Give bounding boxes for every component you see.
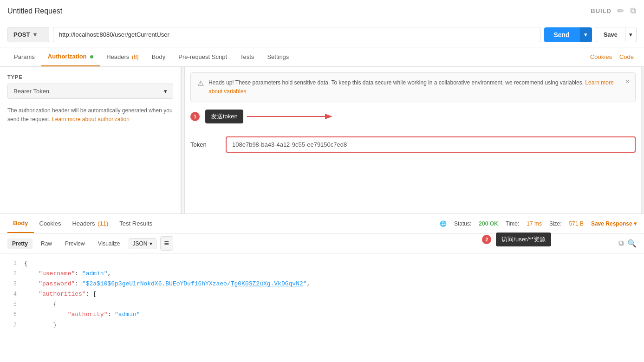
copy-icon[interactable]: ⧉ <box>618 239 624 248</box>
format-visualize[interactable]: Visualize <box>93 239 125 249</box>
window-icon[interactable]: ⧉ <box>630 6 637 16</box>
app-container: Untitled Request BUILD ✏ ⧉ POST ▾ Send ▾… <box>0 0 644 362</box>
format-preview[interactable]: Preview <box>60 239 90 249</box>
response-toolbar: Pretty Raw Preview Visualize JSON ▾ ≡ 2 … <box>0 233 644 254</box>
token-label: Token <box>190 141 218 148</box>
close-banner-button[interactable]: × <box>625 78 630 86</box>
annotation-2-badge: 2 <box>482 235 491 244</box>
send-dropdown-button[interactable]: ▾ <box>579 27 592 42</box>
code-line-2: 2 "username": "admin", <box>7 269 637 279</box>
top-bar: Untitled Request BUILD ✏ ⧉ <box>0 0 644 22</box>
format-pretty[interactable]: Pretty <box>7 239 33 249</box>
size-label: Size: <box>549 220 562 227</box>
response-tab-cookies[interactable]: Cookies <box>34 214 67 233</box>
response-tab-test-results[interactable]: Test Results <box>114 214 158 233</box>
right-scrollbar[interactable] <box>641 67 644 213</box>
middle-section: TYPE Bearer Token ▾ The authorization he… <box>0 67 644 213</box>
tab-tests[interactable]: Tests <box>234 48 260 66</box>
build-label: BUILD <box>591 7 611 14</box>
url-bar: POST ▾ Send ▾ Save ▾ <box>0 22 644 47</box>
edit-icon[interactable]: ✏ <box>617 6 624 16</box>
response-tab-headers[interactable]: Headers (11) <box>66 214 114 233</box>
globe-icon: 🌐 <box>440 220 447 227</box>
window-title: Untitled Request <box>7 7 62 15</box>
tab-body[interactable]: Body <box>145 48 172 66</box>
type-select-value: Bearer Token <box>13 88 49 95</box>
json-format-chevron-icon: ▾ <box>150 240 152 247</box>
response-tab-body[interactable]: Body <box>7 214 34 233</box>
type-select-chevron-icon: ▾ <box>164 88 167 95</box>
format-raw[interactable]: Raw <box>36 239 57 249</box>
size-value: 571 B <box>569 220 584 227</box>
response-tab-bar: Body Cookies Headers (11) Test Results 🌐… <box>0 214 644 233</box>
status-label: Status: <box>454 220 471 227</box>
arrow-1-svg <box>247 110 340 123</box>
annotation-1-label: 发送token <box>205 110 243 123</box>
code-line-6: 6 "authority": "admin" <box>7 310 637 320</box>
code-line-7: 7 } <box>7 320 637 330</box>
authorization-active-dot <box>90 55 93 58</box>
tab-params[interactable]: Params <box>7 48 41 66</box>
annotation-1-container: 1 发送token <box>190 110 636 123</box>
response-icons: ⧉ 🔍 <box>618 239 637 248</box>
tab-settings[interactable]: Settings <box>260 48 295 66</box>
auth-right-panel: ⚠ Heads up! These parameters hold sensit… <box>185 67 641 213</box>
annotation-2-label: 访问/user/**资源 <box>496 233 551 246</box>
top-bar-actions: BUILD ✏ ⧉ <box>591 6 637 16</box>
response-meta: 🌐 Status: 200 OK Time: 17 ms Size: 571 B… <box>440 220 637 227</box>
send-group: Send ▾ <box>544 27 592 42</box>
request-tab-bar: Params Authorization Headers (8) Body Pr… <box>0 47 644 67</box>
tab-authorization[interactable]: Authorization <box>41 47 100 66</box>
annotation-1-badge: 1 <box>190 112 200 121</box>
json-format-select[interactable]: JSON ▾ <box>129 238 156 249</box>
token-input[interactable] <box>226 136 636 153</box>
method-select[interactable]: POST ▾ <box>7 27 49 42</box>
token-row: Token <box>190 136 636 153</box>
search-icon[interactable]: 🔍 <box>627 239 637 248</box>
tab-pre-request[interactable]: Pre-request Script <box>172 48 234 66</box>
code-link[interactable]: Code <box>617 48 637 66</box>
tab-headers[interactable]: Headers (8) <box>100 48 145 66</box>
save-button[interactable]: Save <box>596 27 625 42</box>
code-line-4: 4 "authorities": [ <box>7 289 637 299</box>
type-label: TYPE <box>7 74 173 80</box>
time-label: Time: <box>506 220 520 227</box>
save-response-button[interactable]: Save Response ▾ <box>591 220 637 227</box>
info-icon: ⚠ <box>197 79 204 88</box>
panel-divider <box>181 67 185 213</box>
code-line-5: 5 { <box>7 299 637 310</box>
time-value: 17 ms <box>527 220 542 227</box>
response-code-area: 1 { 2 "username": "admin", 3 "password":… <box>0 254 644 362</box>
method-chevron-icon: ▾ <box>33 31 37 38</box>
token-section: 1 发送token Token <box>190 110 636 153</box>
wrap-button[interactable]: ≡ <box>160 236 174 251</box>
response-section: Body Cookies Headers (11) Test Results 🌐… <box>0 213 644 362</box>
info-banner-text: Heads up! These parameters hold sensitiv… <box>208 78 629 96</box>
annotation-2-container: 2 访问/user/**资源 <box>482 233 551 246</box>
code-line-3: 3 "password": "$2a$10$6p3geUlrNokdX6.BUE… <box>7 279 637 289</box>
send-button[interactable]: Send <box>544 27 579 42</box>
auth-description: The authorization header will be automat… <box>7 106 173 124</box>
method-value: POST <box>13 31 30 38</box>
auth-left-panel: TYPE Bearer Token ▾ The authorization he… <box>0 67 181 213</box>
tab-right-links: Cookies Code <box>587 48 637 66</box>
type-select[interactable]: Bearer Token ▾ <box>7 84 173 99</box>
status-value: 200 OK <box>479 220 498 227</box>
cookies-link[interactable]: Cookies <box>587 48 615 66</box>
info-banner: ⚠ Heads up! These parameters hold sensit… <box>190 72 636 102</box>
save-group: Save ▾ <box>596 27 637 42</box>
learn-more-auth-link[interactable]: Learn more about authorization <box>52 116 130 123</box>
code-line-1: 1 { <box>7 259 637 269</box>
url-input[interactable] <box>53 27 540 42</box>
save-dropdown-button[interactable]: ▾ <box>625 27 637 42</box>
